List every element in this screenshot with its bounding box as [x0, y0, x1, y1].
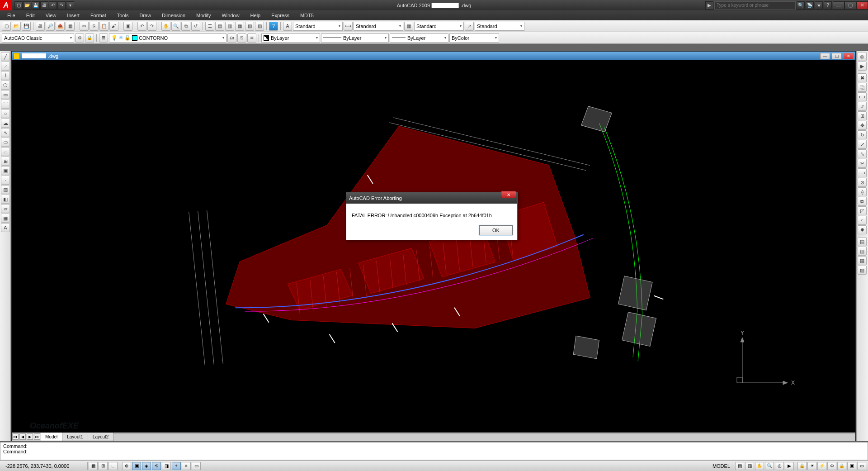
info-center-bullet-icon[interactable]: ▶ — [705, 1, 713, 10]
dyn-toggle[interactable]: + — [172, 462, 181, 470]
undo-icon[interactable]: ↶ — [137, 22, 146, 31]
pan-status-icon[interactable]: ✋ — [755, 462, 764, 470]
lwt-toggle[interactable]: ≡ — [182, 462, 191, 470]
mleaderstyle-icon[interactable]: ↗ — [465, 22, 474, 31]
annotation-visibility-icon[interactable]: ☀ — [807, 462, 816, 470]
menu-format[interactable]: Format — [85, 10, 112, 20]
toolbar-lock-icon[interactable]: 🔒 — [85, 33, 94, 43]
arc-icon[interactable]: ⌒ — [1, 100, 10, 109]
help-icon[interactable]: ? — [269, 22, 278, 31]
mleaderstyle-select[interactable]: Standard▾ — [475, 22, 524, 31]
showmotion-icon[interactable]: ▶ — [858, 62, 867, 71]
error-titlebar[interactable]: AutoCAD Error Aborting ✕ — [346, 193, 517, 204]
menu-express[interactable]: Express — [266, 10, 295, 20]
menu-modify[interactable]: Modify — [191, 10, 216, 20]
properties-icon[interactable]: ☰ — [205, 22, 214, 31]
layer-previous-icon[interactable]: 🗂 — [227, 33, 236, 43]
rotate-icon[interactable]: ↻ — [858, 130, 867, 139]
insert-block-icon[interactable]: ⊞ — [1, 157, 10, 166]
annotation-autoadd-icon[interactable]: ⚡ — [817, 462, 826, 470]
zoom-realtime-icon[interactable]: 🔍 — [171, 22, 180, 31]
menu-tools[interactable]: Tools — [112, 10, 134, 20]
tab-layout1[interactable]: Layout1 — [62, 433, 88, 441]
ellipse-icon[interactable]: ⬭ — [1, 138, 10, 147]
make-block-icon[interactable]: ▣ — [1, 166, 10, 175]
rectangle-icon[interactable]: ▭ — [1, 90, 10, 99]
minimize-button[interactable]: — — [833, 1, 844, 10]
paste-icon[interactable]: 📋 — [99, 22, 108, 31]
menu-draw[interactable]: Draw — [134, 10, 156, 20]
copy-icon[interactable]: ⎘ — [90, 22, 99, 31]
tablestyle-select[interactable]: Standard▾ — [414, 22, 464, 31]
plot-preview-icon[interactable]: 🔎 — [46, 22, 55, 31]
help-icon[interactable]: ? — [824, 1, 832, 10]
qat-save-icon[interactable]: 💾 — [32, 1, 40, 10]
textstyle-icon[interactable]: A — [283, 22, 292, 31]
maximize-button[interactable]: ▢ — [844, 1, 856, 10]
qat-new-icon[interactable]: ▢ — [14, 1, 23, 10]
menu-insert[interactable]: Insert — [61, 10, 85, 20]
explode-icon[interactable]: ✸ — [858, 225, 867, 234]
layer-props-icon[interactable]: ≣ — [99, 33, 108, 43]
quickcalc-icon[interactable]: ▨ — [255, 22, 264, 31]
ellipse-arc-icon[interactable]: ⌓ — [1, 147, 10, 156]
offset-icon[interactable]: ⫽ — [858, 102, 867, 111]
qat-dropdown-icon[interactable]: ▾ — [66, 1, 74, 10]
sheet-set-icon[interactable]: ▦ — [235, 22, 244, 31]
tab-next-icon[interactable]: ▶ — [27, 433, 33, 440]
cut-icon[interactable]: ✂ — [80, 22, 89, 31]
status-model[interactable]: MODEL — [709, 462, 734, 470]
linetype-select[interactable]: ByLayer ▾ — [321, 33, 389, 43]
mtext-icon[interactable]: A — [1, 223, 10, 232]
error-close-button[interactable]: ✕ — [501, 191, 516, 198]
save-icon[interactable]: 💾 — [22, 22, 31, 31]
menu-help[interactable]: Help — [245, 10, 266, 20]
polar-toggle[interactable]: ⊕ — [122, 462, 131, 470]
color-select[interactable]: ByLayer ▾ — [261, 33, 320, 43]
layer-states-icon[interactable]: ⎘ — [237, 33, 246, 43]
lineweight-select[interactable]: ByLayer ▾ — [390, 33, 448, 43]
qat-undo-icon[interactable]: ↶ — [49, 1, 57, 10]
quick-view-drawings-icon[interactable]: ▥ — [745, 462, 754, 470]
qp-toggle[interactable]: ▭ — [192, 462, 201, 470]
tool-palette-d-icon[interactable]: ▧ — [858, 266, 867, 275]
publish-icon[interactable]: 📤 — [56, 22, 65, 31]
zoom-status-icon[interactable]: 🔍 — [765, 462, 774, 470]
join-icon[interactable]: ⧉ — [858, 197, 867, 206]
doc-close-button[interactable]: ✕ — [844, 53, 854, 59]
tab-first-icon[interactable]: ⏮ — [12, 433, 19, 440]
close-button[interactable]: ✕ — [856, 1, 868, 10]
error-ok-button[interactable]: OK — [479, 225, 513, 235]
3dosnap-toggle[interactable]: ◈ — [142, 462, 151, 470]
ortho-toggle[interactable]: ∟ — [108, 462, 118, 470]
gradient-icon[interactable]: ◧ — [1, 195, 10, 204]
menu-dimension[interactable]: Dimension — [156, 10, 191, 20]
qat-print-icon[interactable]: 🖶 — [40, 1, 48, 10]
zoom-window-icon[interactable]: ⧉ — [181, 22, 190, 31]
scale-icon[interactable]: ⤢ — [858, 140, 867, 149]
annotation-scale-icon[interactable]: 🔒 — [797, 462, 807, 470]
spline-icon[interactable]: ∿ — [1, 128, 10, 137]
stretch-icon[interactable]: ⤡ — [858, 149, 867, 158]
snap-toggle[interactable]: ▦ — [89, 462, 98, 470]
plotstyle-select[interactable]: ByColor▾ — [449, 33, 499, 43]
drawing-canvas[interactable]: X Y OceanofEXE — [12, 60, 855, 433]
tool-palettes-icon[interactable]: ▥ — [225, 22, 234, 31]
erase-icon[interactable]: ✖ — [858, 73, 867, 82]
menu-edit[interactable]: Edit — [21, 10, 40, 20]
polygon-icon[interactable]: ⬠ — [1, 81, 10, 90]
chamfer-icon[interactable]: ◸ — [858, 206, 867, 215]
dimstyle-icon[interactable]: ⟼ — [344, 22, 353, 31]
search-icon[interactable]: 🔍 — [797, 1, 805, 10]
array-icon[interactable]: ⊞ — [858, 111, 867, 120]
break-at-point-icon[interactable]: ⊘ — [858, 178, 867, 187]
circle-icon[interactable]: ○ — [1, 109, 10, 118]
markup-icon[interactable]: ▧ — [245, 22, 254, 31]
extend-icon[interactable]: ⟶ — [858, 168, 867, 177]
menu-file[interactable]: File — [2, 10, 21, 20]
redo-icon[interactable]: ↷ — [147, 22, 156, 31]
menu-view[interactable]: View — [40, 10, 62, 20]
osnap-toggle[interactable]: ▣ — [132, 462, 141, 470]
tab-last-icon[interactable]: ⏭ — [34, 433, 40, 440]
hatch-icon[interactable]: ▨ — [1, 185, 10, 194]
